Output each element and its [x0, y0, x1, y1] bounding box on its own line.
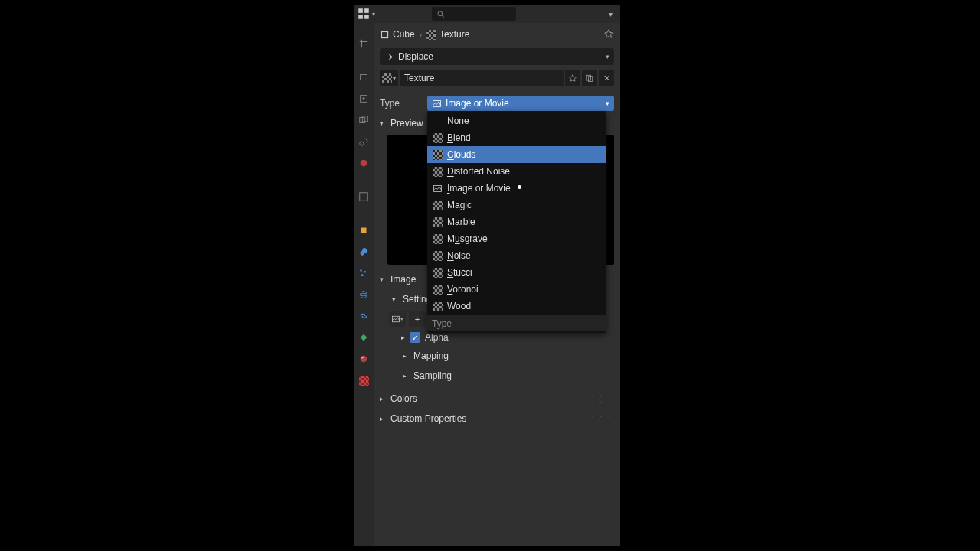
breadcrumb-object[interactable]: Cube — [380, 29, 415, 40]
drag-handle-icon[interactable]: ⋮⋮⋮ — [589, 395, 614, 403]
checker-icon — [432, 284, 443, 295]
checker-icon — [432, 267, 443, 278]
type-select[interactable]: Image or Movie ▾ — [427, 96, 614, 111]
option-label: Noise — [447, 250, 471, 261]
disclosure-open-icon: ▾ — [392, 295, 400, 303]
type-option-marble[interactable]: Marble — [427, 214, 606, 230]
tool-tab[interactable] — [357, 37, 371, 51]
search-input[interactable] — [432, 7, 516, 21]
option-label: None — [447, 116, 469, 126]
texture-browse-button[interactable]: ▾ — [380, 70, 398, 86]
svg-point-12 — [361, 160, 368, 167]
colors-section-header[interactable]: ▸ Colors ⋮⋮⋮ — [374, 389, 620, 409]
mapping-section-header[interactable]: ▸ Mapping — [374, 346, 620, 366]
type-option-blend[interactable]: Blend — [427, 129, 606, 146]
svg-line-5 — [442, 15, 444, 17]
texture-icon — [382, 73, 392, 83]
type-select-value: Image or Movie — [446, 98, 509, 109]
type-option-voronoi[interactable]: Voronoi — [427, 281, 606, 298]
checker-icon — [432, 233, 443, 244]
sampling-section-header[interactable]: ▸ Sampling — [374, 366, 620, 386]
modifier-select[interactable]: Displace ▾ — [380, 48, 614, 65]
particle-tab[interactable] — [357, 266, 371, 280]
custom-properties-section-label: Custom Properties — [390, 413, 466, 424]
checker-icon — [432, 250, 443, 261]
world-tab[interactable] — [357, 156, 371, 170]
svg-rect-3 — [364, 15, 369, 19]
svg-point-15 — [360, 269, 362, 272]
drag-handle-icon[interactable]: ⋮⋮⋮ — [589, 415, 614, 423]
texture-icon — [426, 30, 436, 40]
svg-rect-1 — [364, 8, 369, 13]
svg-point-20 — [361, 356, 368, 363]
option-label: Blend — [447, 132, 471, 143]
type-option-noise[interactable]: Noise — [427, 247, 606, 264]
texture-properties-panel: Cube › Texture Displace ▾ — [374, 23, 620, 546]
breadcrumb-texture-label: Texture — [439, 29, 469, 40]
preview-section-label: Preview — [390, 118, 423, 129]
svg-point-11 — [360, 142, 364, 145]
type-option-stucci[interactable]: Stucci — [427, 264, 606, 281]
svg-rect-0 — [358, 8, 363, 13]
svg-point-16 — [364, 271, 366, 273]
chevron-down-icon: ▾ — [606, 53, 609, 60]
type-dropdown: NoneBlendCloudsDistorted NoiseImage or M… — [427, 111, 606, 333]
checker-icon — [432, 166, 443, 177]
data-tab[interactable] — [357, 331, 371, 344]
disclosure-closed-icon: ▸ — [403, 372, 410, 380]
texture-name-input[interactable]: Texture — [400, 70, 564, 86]
options-dropdown-icon[interactable]: ▾ — [604, 10, 617, 18]
svg-rect-13 — [360, 193, 368, 201]
svg-rect-6 — [361, 75, 368, 80]
scene-tab[interactable] — [357, 135, 371, 148]
duplicate-button[interactable] — [582, 70, 597, 86]
object-tab[interactable] — [357, 223, 371, 237]
texture-tab[interactable] — [357, 373, 371, 387]
svg-point-17 — [361, 274, 364, 276]
svg-point-19 — [361, 293, 368, 296]
type-option-image-or-movie[interactable]: Image or Movie — [427, 180, 606, 197]
dropdown-footer: Type — [427, 315, 606, 331]
breadcrumb-texture[interactable]: Texture — [426, 29, 469, 40]
image-new-button[interactable]: + — [409, 311, 426, 327]
svg-rect-14 — [361, 228, 367, 233]
modifier-select-label: Displace — [398, 51, 433, 62]
type-option-wood[interactable]: Wood — [427, 298, 606, 315]
alpha-checkbox[interactable]: ✓ — [410, 332, 420, 343]
type-option-musgrave[interactable]: Musgrave — [427, 230, 606, 247]
material-tab[interactable] — [357, 352, 371, 366]
fake-user-button[interactable] — [565, 70, 580, 86]
editor-type-dropdown[interactable]: ▾ — [357, 7, 375, 21]
checker-icon — [432, 217, 443, 227]
physics-tab[interactable] — [357, 288, 371, 302]
pin-button[interactable] — [603, 28, 614, 41]
image-icon — [432, 183, 443, 194]
alpha-label: Alpha — [425, 332, 449, 343]
option-label: Distorted Noise — [447, 166, 510, 177]
constraint-tab[interactable] — [357, 309, 371, 323]
disclosure-closed-icon: ▸ — [380, 415, 387, 422]
render-tab[interactable] — [357, 70, 371, 84]
collection-tab[interactable] — [357, 190, 371, 204]
checker-icon — [432, 149, 443, 160]
type-option-clouds[interactable]: Clouds — [427, 146, 606, 163]
image-browse-button[interactable]: ▾ — [389, 311, 406, 327]
disclosure-closed-icon: ▸ — [403, 352, 410, 360]
type-option-magic[interactable]: Magic — [427, 197, 606, 214]
option-label: Stucci — [447, 267, 472, 278]
output-tab[interactable] — [357, 92, 371, 106]
unlink-button[interactable]: ✕ — [599, 70, 614, 86]
type-option-distorted-noise[interactable]: Distorted Noise — [427, 163, 606, 180]
properties-tabs — [354, 23, 374, 546]
modifier-tab[interactable] — [357, 245, 371, 259]
checker-icon — [432, 200, 443, 210]
view-layer-tab[interactable] — [357, 113, 371, 127]
svg-point-4 — [438, 11, 443, 16]
checker-icon — [432, 301, 443, 311]
mapping-section-label: Mapping — [413, 350, 449, 361]
sampling-section-label: Sampling — [413, 370, 452, 381]
custom-properties-section-header[interactable]: ▸ Custom Properties ⋮⋮⋮ — [374, 409, 620, 429]
type-option-none[interactable]: None — [427, 112, 606, 129]
disclosure-open-icon: ▾ — [380, 276, 387, 283]
option-label: Voronoi — [447, 284, 479, 295]
